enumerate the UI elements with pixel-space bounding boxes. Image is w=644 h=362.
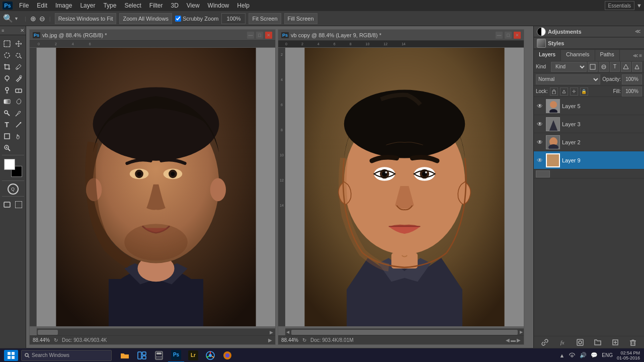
path-selection-tool[interactable]	[13, 119, 24, 130]
menu-layer[interactable]: Layer	[76, 1, 99, 10]
layers-new-btn[interactable]	[611, 338, 620, 347]
layer-item-3[interactable]: 👁 Layer 3	[534, 115, 644, 133]
spot-healing-brush[interactable]	[2, 73, 13, 84]
doc1-maximize-btn[interactable]: □	[256, 32, 263, 39]
taskbar-task-view[interactable]	[134, 348, 150, 363]
doc2-scroll-thumb[interactable]	[291, 330, 518, 335]
taskbar-file-explorer[interactable]	[117, 348, 133, 363]
adjustments-expand-btn[interactable]: ≪	[635, 28, 641, 35]
network-icon[interactable]	[569, 351, 576, 359]
color-swatches[interactable]	[4, 159, 22, 177]
taskbar-search-box[interactable]: Search Windows	[21, 350, 112, 361]
zoom-dropdown-arrow[interactable]: ▼	[14, 16, 19, 21]
zoom-in-icon[interactable]: ⊕	[30, 15, 36, 23]
layer-item-5[interactable]: 👁 Layer 5	[534, 97, 644, 115]
layers-panel-menu-btn[interactable]: ≡	[639, 53, 642, 58]
foreground-color[interactable]	[4, 159, 15, 170]
dodge-tool[interactable]	[2, 108, 13, 119]
toolbox-close-btn[interactable]: ✕	[20, 28, 24, 33]
menu-window[interactable]: Window	[204, 1, 233, 10]
notification-icon[interactable]: 💬	[591, 352, 598, 358]
brush-tool[interactable]	[13, 73, 24, 84]
zoom-all-windows-btn[interactable]: Zoom All Windows	[119, 13, 172, 24]
quick-select-tool[interactable]	[13, 50, 24, 61]
layer-item-below[interactable]	[534, 169, 644, 178]
workspace-selector[interactable]: Essentials	[605, 1, 635, 10]
doc1-scroll-h[interactable]: ▶	[37, 328, 275, 335]
quick-mask-btn[interactable]: Q	[8, 184, 19, 195]
tab-layers[interactable]: Layers	[534, 50, 561, 61]
doc2-nav-right[interactable]: ▶	[517, 337, 521, 343]
start-button[interactable]	[4, 350, 18, 361]
layers-type-filter[interactable]: T	[610, 62, 620, 72]
menu-3d[interactable]: 3D	[167, 1, 182, 10]
fit-screen-btn[interactable]: Fit Screen	[249, 13, 281, 24]
layers-link-btn[interactable]	[540, 338, 549, 347]
rectangular-marquee-tool[interactable]	[2, 38, 13, 49]
doc1-arrow-btn[interactable]: ▶	[268, 337, 272, 343]
menu-image[interactable]: Image	[51, 1, 76, 10]
lock-all-btn[interactable]: 🔒	[580, 87, 588, 96]
taskbar-calculator[interactable]	[151, 348, 167, 363]
tab-paths[interactable]: Paths	[595, 50, 620, 61]
layer3-visibility-btn[interactable]: 👁	[536, 120, 544, 128]
opacity-input[interactable]	[622, 74, 642, 84]
layers-fx-btn[interactable]: fx	[558, 338, 567, 347]
layers-adjust-filter[interactable]	[599, 62, 609, 72]
menu-file[interactable]: File	[15, 1, 33, 10]
fill-screen-btn[interactable]: Fill Screen	[284, 13, 317, 24]
doc2-canvas[interactable]	[285, 48, 524, 326]
fill-input[interactable]	[622, 86, 642, 97]
crop-tool[interactable]	[2, 61, 13, 72]
blur-tool[interactable]	[13, 96, 24, 107]
doc1-scroll-thumb[interactable]	[38, 330, 58, 335]
layer5-visibility-btn[interactable]: 👁	[536, 102, 544, 110]
layer9-visibility-btn[interactable]: 👁	[536, 156, 544, 164]
layers-group-btn[interactable]	[593, 338, 602, 347]
gradient-tool[interactable]	[2, 96, 13, 107]
zoom-tool-icon[interactable]: 🔍	[3, 14, 13, 23]
hand-tool[interactable]	[13, 131, 24, 142]
doc1-scroll-arrow[interactable]: ▶	[270, 330, 273, 335]
lasso-tool[interactable]	[2, 50, 13, 61]
doc2-nav-left[interactable]: ◀	[506, 337, 510, 343]
taskbar-firefox[interactable]	[219, 348, 235, 363]
layers-mask-btn[interactable]	[576, 338, 585, 347]
doc1-minimize-btn[interactable]: —	[247, 32, 254, 39]
lock-position-btn[interactable]: ✛	[570, 87, 578, 96]
taskbar-lightroom[interactable]: Lr	[185, 348, 201, 363]
menu-select[interactable]: Select	[120, 1, 145, 10]
menu-edit[interactable]: Edit	[33, 1, 51, 10]
menu-help[interactable]: Help	[233, 1, 254, 10]
doc1-canvas[interactable]	[37, 48, 275, 326]
layers-smart-filter[interactable]	[632, 62, 642, 72]
taskbar-photoshop[interactable]: Ps	[168, 348, 184, 363]
scrubby-zoom-checkbox[interactable]	[175, 16, 181, 22]
resize-windows-btn[interactable]: Resize Windows to Fit	[55, 13, 117, 24]
layers-shape-filter[interactable]	[621, 62, 631, 72]
layer-item-2[interactable]: 👁 Layer 2	[534, 133, 644, 151]
doc2-scroll-h[interactable]: ◀ ▶	[285, 328, 524, 335]
tab-channels[interactable]: Channels	[561, 50, 595, 61]
screen-mode-full[interactable]	[13, 199, 24, 210]
shape-tool[interactable]	[2, 131, 13, 142]
doc2-maximize-btn[interactable]: □	[505, 32, 512, 39]
screen-mode-std[interactable]	[2, 199, 13, 210]
workspace-icon[interactable]: ▼	[636, 3, 642, 9]
lock-image-btn[interactable]	[560, 87, 568, 96]
layer-item-9[interactable]: 👁 Layer 9	[534, 151, 644, 169]
tray-arrow[interactable]: ▲	[559, 352, 565, 358]
blend-mode-select[interactable]: Normal	[536, 74, 600, 84]
layers-panel-expand-btn[interactable]: ≪	[633, 53, 638, 58]
layer2-visibility-btn[interactable]: 👁	[536, 138, 544, 146]
doc2-scroll-left[interactable]: ◀	[285, 329, 290, 336]
doc2-close-btn[interactable]: ✕	[514, 32, 521, 39]
doc2-minimize-btn[interactable]: —	[496, 32, 503, 39]
eyedropper-tool[interactable]	[13, 61, 24, 72]
taskbar-chrome[interactable]	[202, 348, 218, 363]
zoom-view-tool[interactable]	[2, 142, 13, 153]
eraser-tool[interactable]	[13, 84, 24, 96]
scrubby-zoom-check[interactable]: Scrubby Zoom	[175, 16, 219, 22]
menu-filter[interactable]: Filter	[145, 1, 167, 10]
doc2-scroll-right[interactable]: ▶	[519, 329, 524, 336]
